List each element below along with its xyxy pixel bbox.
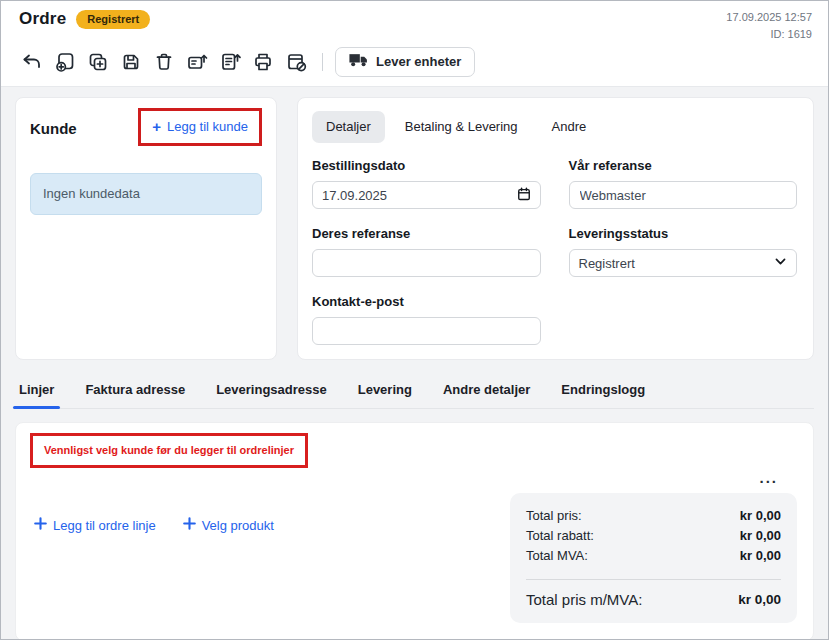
add-customer-label: Legg til kunde <box>167 119 248 134</box>
add-order-line-link[interactable]: Legg til ordre linje <box>34 517 156 533</box>
tab-detaljer[interactable]: Detaljer <box>312 111 385 143</box>
duplicate-icon <box>87 51 109 73</box>
order-details-form: Bestillingsdato 17.09.2025 Vår referanse <box>312 158 797 345</box>
export-lines-icon <box>219 51 241 73</box>
details-tabs: Detaljer Betaling & Levering Andre <box>312 111 797 143</box>
tab-betaling-levering[interactable]: Betaling & Levering <box>391 111 532 143</box>
tab-levering[interactable]: Levering <box>356 373 414 408</box>
total-discount-label: Total rabatt: <box>526 526 594 546</box>
chevron-down-icon <box>774 255 787 271</box>
contact-email-input[interactable] <box>312 317 541 345</box>
page-header: Ordre Registrert 17.09.2025 12:57 ID: 16… <box>1 1 828 87</box>
deliver-units-button[interactable]: Lever enheter <box>335 47 475 77</box>
order-date-value: 17.09.2025 <box>322 188 387 203</box>
order-date-label: Bestillingsdato <box>312 158 541 173</box>
customer-panel: Kunde + Legg til kunde Ingen kundedata <box>15 97 277 360</box>
order-id: ID: 1619 <box>726 26 812 43</box>
section-tabs: Linjer Faktura adresse Leveringsadresse … <box>15 373 814 409</box>
deliver-units-label: Lever enheter <box>376 54 461 69</box>
select-product-label: Velg produkt <box>202 518 274 533</box>
tab-leveringsadresse[interactable]: Leveringsadresse <box>214 373 329 408</box>
plus-icon <box>183 517 196 533</box>
totals-divider <box>526 579 781 580</box>
tab-linjer[interactable]: Linjer <box>17 373 56 408</box>
delete-button[interactable] <box>151 49 177 75</box>
duplicate-button[interactable] <box>85 49 111 75</box>
toolbar: Lever enheter <box>19 47 812 77</box>
order-timestamp: 17.09.2025 12:57 <box>726 9 812 26</box>
their-reference-field-group: Deres referanse <box>312 226 541 277</box>
their-reference-label: Deres referanse <box>312 226 541 241</box>
select-product-link[interactable]: Velg produkt <box>183 517 274 533</box>
select-customer-warning: Vennligst velg kunde før du legger til o… <box>30 433 308 468</box>
delete-icon <box>153 51 175 73</box>
truck-icon <box>349 53 369 70</box>
send-order-icon <box>186 51 208 73</box>
total-price-row: Total pris: kr 0,00 <box>526 506 781 526</box>
tab-andre[interactable]: Andre <box>538 111 601 143</box>
content-area: Kunde + Legg til kunde Ingen kundedata D… <box>1 87 828 640</box>
line-actions: Legg til ordre linje Velg produkt <box>34 517 274 533</box>
our-reference-label: Vår referanse <box>569 158 798 173</box>
grand-total-label: Total pris m/MVA: <box>526 591 642 608</box>
print-icon <box>252 51 274 73</box>
export-lines-button[interactable] <box>217 49 243 75</box>
grand-total-row: Total pris m/MVA: kr 0,00 <box>526 591 781 608</box>
total-vat-value: kr 0,00 <box>740 546 781 566</box>
total-discount-row: Total rabatt: kr 0,00 <box>526 526 781 546</box>
total-price-value: kr 0,00 <box>740 506 781 526</box>
delivery-status-select[interactable]: Registrert <box>569 249 798 277</box>
customer-panel-title: Kunde <box>30 120 77 137</box>
no-customer-data-notice: Ingen kundedata <box>30 173 262 215</box>
plus-icon: + <box>152 119 161 134</box>
cancel-document-button[interactable] <box>283 49 309 75</box>
save-icon <box>120 51 142 73</box>
tab-andre-detaljer[interactable]: Andre detaljer <box>441 373 532 408</box>
total-vat-row: Total MVA: kr 0,00 <box>526 546 781 566</box>
our-reference-input[interactable] <box>569 181 798 209</box>
totals-summary: Total pris: kr 0,00 Total rabatt: kr 0,0… <box>510 493 797 623</box>
more-options-button[interactable]: ... <box>759 471 778 485</box>
add-customer-link[interactable]: + Legg til kunde <box>152 119 248 134</box>
contact-email-field-group: Kontakt-e-post <box>312 294 541 345</box>
our-reference-field-group: Vår referanse <box>569 158 798 209</box>
delivery-status-label: Leveringsstatus <box>569 226 798 241</box>
details-panel: Detaljer Betaling & Levering Andre Besti… <box>297 97 814 360</box>
total-discount-value: kr 0,00 <box>740 526 781 546</box>
contact-email-label: Kontakt-e-post <box>312 294 541 309</box>
calendar-icon[interactable] <box>517 187 531 204</box>
undo-icon <box>21 51 43 73</box>
grand-total-value: kr 0,00 <box>738 592 781 607</box>
add-customer-highlight: + Legg til kunde <box>138 108 262 146</box>
order-page: Ordre Registrert 17.09.2025 12:57 ID: 16… <box>0 0 829 640</box>
toolbar-divider <box>322 53 323 71</box>
save-button[interactable] <box>118 49 144 75</box>
delivery-status-field-group: Leveringsstatus Registrert <box>569 226 798 277</box>
tab-endringslogg[interactable]: Endringslogg <box>559 373 647 408</box>
tab-faktura-adresse[interactable]: Faktura adresse <box>83 373 187 408</box>
header-meta: 17.09.2025 12:57 ID: 1619 <box>726 9 812 43</box>
add-document-button[interactable] <box>52 49 78 75</box>
add-document-icon <box>54 51 76 73</box>
their-reference-input[interactable] <box>312 249 541 277</box>
total-price-label: Total pris: <box>526 506 582 526</box>
status-badge: Registrert <box>76 10 150 29</box>
cancel-document-icon <box>285 51 307 73</box>
plus-icon <box>34 517 47 533</box>
order-date-input[interactable]: 17.09.2025 <box>312 181 541 209</box>
total-vat-label: Total MVA: <box>526 546 588 566</box>
undo-button[interactable] <box>19 49 45 75</box>
add-order-line-label: Legg til ordre linje <box>53 518 156 533</box>
page-title: Ordre <box>19 9 66 29</box>
send-order-button[interactable] <box>184 49 210 75</box>
order-lines-panel: Vennligst velg kunde før du legger til o… <box>15 422 814 640</box>
print-button[interactable] <box>250 49 276 75</box>
delivery-status-value: Registrert <box>579 256 635 271</box>
order-date-field-group: Bestillingsdato 17.09.2025 <box>312 158 541 209</box>
